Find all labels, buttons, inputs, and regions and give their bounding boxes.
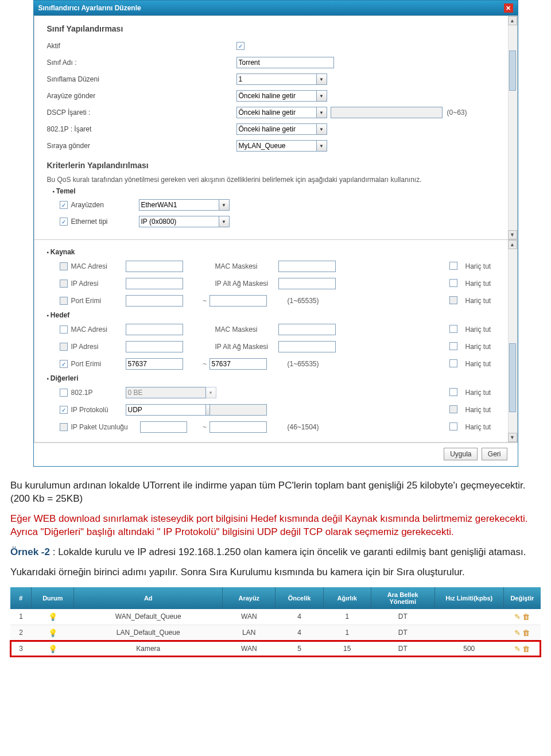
label-src-ip: IP Adresi (71, 280, 99, 288)
close-icon[interactable]: ✕ (504, 3, 513, 13)
classifier-settings-dialog: Sınıflandırıcı Ayarlarını Düzenle ✕ ▲ ▼ … (33, 0, 518, 467)
chevron-down-icon[interactable]: ▼ (219, 199, 230, 211)
checkbox-dst-mac[interactable] (60, 325, 68, 334)
chevron-down-icon[interactable]: ▼ (317, 90, 327, 102)
checkbox-other-8021p-exclude[interactable] (449, 388, 457, 396)
scrollbar-bottom[interactable]: ▲ ▼ (508, 240, 517, 442)
input-src-mac[interactable] (126, 261, 183, 272)
scroll-thumb[interactable] (509, 343, 516, 412)
chevron-down-icon[interactable]: ▼ (206, 387, 216, 398)
tilde-separator: ~ (200, 297, 209, 305)
edit-icon[interactable]: ✎ (514, 612, 521, 621)
select-8021p-sign[interactable] (236, 123, 317, 135)
cell-name: WAN_Default_Queue (74, 609, 223, 625)
chevron-down-icon[interactable]: ▼ (317, 73, 327, 85)
cell-wt: 1 (323, 625, 371, 641)
trash-icon[interactable]: 🗑 (522, 629, 530, 637)
checkbox-other-ipproto-exclude[interactable] (449, 405, 457, 413)
select-send-queue[interactable] (236, 140, 317, 152)
scroll-up-icon[interactable]: ▲ (508, 240, 517, 249)
row-dst-ip: IP Adresi IP Alt Ağ Maskesi Hariç tut (60, 340, 500, 354)
select-eth-type[interactable] (139, 216, 219, 227)
scroll-down-icon[interactable]: ▼ (508, 433, 517, 442)
hint-port-range: (1~65535) (284, 297, 353, 305)
input-src-port-to[interactable] (209, 295, 267, 307)
input-dst-port-from[interactable] (126, 358, 183, 370)
input-other-ipproto-extra[interactable] (209, 404, 267, 416)
table-header-row: # Durum Ad Arayüz Öncelik Ağırlık Ara Be… (10, 587, 541, 609)
edit-icon[interactable]: ✎ (514, 645, 521, 653)
select-from-interface[interactable] (139, 199, 219, 211)
cell-index: 3 (10, 641, 32, 657)
select-other-8021p[interactable] (126, 387, 206, 398)
select-class-order[interactable] (236, 73, 317, 85)
th-status: Durum (32, 587, 74, 609)
checkbox-active[interactable]: ✓ (236, 42, 245, 50)
checkbox-dst-mac-exclude[interactable] (449, 325, 457, 333)
select-dscp[interactable] (236, 107, 317, 118)
input-dscp-value[interactable] (331, 107, 443, 118)
checkbox-src-port[interactable] (60, 297, 68, 305)
input-src-subnet[interactable] (278, 278, 336, 289)
input-dst-mac[interactable] (126, 324, 183, 335)
scrollbar-top[interactable]: ▲ ▼ (508, 16, 517, 239)
input-dst-subnet[interactable] (278, 341, 336, 352)
input-class-name[interactable] (236, 57, 334, 68)
back-button[interactable]: Geri (482, 448, 507, 460)
row-other-pktlen: IP Paket Uzunluğu ~ (46~1504) Hariç tut (60, 420, 500, 434)
input-src-mac-mask[interactable] (278, 261, 336, 272)
row-other-ipproto: ✓IP Protokolü ▼ Hariç tut (60, 403, 500, 417)
cell-index: 1 (10, 609, 32, 625)
checkbox-other-ipproto[interactable]: ✓ (60, 406, 68, 414)
checkbox-other-8021p[interactable] (60, 389, 68, 397)
checkbox-dst-port[interactable]: ✓ (60, 360, 68, 368)
th-modify: Değiştir (503, 587, 541, 609)
chevron-down-icon[interactable]: ▼ (317, 123, 327, 135)
input-src-ip[interactable] (126, 278, 183, 289)
edit-icon[interactable]: ✎ (514, 629, 521, 637)
checkbox-eth-type[interactable]: ✓ (60, 218, 68, 226)
checkbox-dst-ip[interactable] (60, 343, 68, 351)
cell-buf: DT (371, 609, 434, 625)
input-dst-ip[interactable] (126, 341, 183, 352)
checkbox-dst-port-exclude[interactable] (449, 359, 457, 367)
input-other-pktlen-to[interactable] (209, 421, 267, 433)
doc-paragraph-3: Örnek -2 : Lokalde kurulu ve IP adresi 1… (10, 546, 541, 559)
checkbox-dst-ip-exclude[interactable] (449, 342, 457, 350)
chevron-down-icon[interactable]: ▼ (317, 140, 327, 152)
checkbox-src-port-exclude[interactable] (449, 296, 457, 304)
heading-others: Diğerleri (47, 374, 500, 382)
input-src-port-from[interactable] (126, 295, 183, 307)
scroll-down-icon[interactable]: ▼ (508, 230, 517, 239)
th-priority: Öncelik (276, 587, 323, 609)
input-dst-port-to[interactable] (209, 358, 267, 370)
bulb-icon: 💡 (48, 612, 57, 621)
label-dst-mac: MAC Adresi (71, 325, 107, 334)
th-interface: Arayüz (223, 587, 276, 609)
checkbox-src-ip-exclude[interactable] (449, 279, 457, 287)
chevron-down-icon[interactable]: ▼ (219, 216, 230, 227)
label-other-ipproto: IP Protokolü (71, 406, 108, 414)
checkbox-src-mac-exclude[interactable] (449, 262, 457, 270)
label-class-order: Sınıflama Düzeni (47, 75, 236, 83)
select-other-ipproto[interactable] (126, 404, 206, 416)
label-exclude: Hariç tut (465, 262, 500, 270)
select-send-interface[interactable] (236, 90, 317, 102)
input-other-pktlen-from[interactable] (140, 421, 187, 433)
chevron-down-icon[interactable]: ▼ (317, 107, 327, 118)
apply-button[interactable]: Uygula (444, 448, 478, 460)
trash-icon[interactable]: 🗑 (522, 612, 530, 621)
checkbox-from-interface[interactable]: ✓ (60, 201, 68, 209)
scroll-thumb[interactable] (509, 51, 516, 91)
cell-name: LAN_Default_Queue (74, 625, 223, 641)
scroll-up-icon[interactable]: ▲ (508, 16, 517, 25)
checkbox-other-pktlen-exclude[interactable] (449, 422, 457, 431)
row-src-mac: MAC Adresi MAC Maskesi Hariç tut (60, 259, 500, 273)
trash-icon[interactable]: 🗑 (522, 645, 530, 653)
cell-buf: DT (371, 625, 434, 641)
checkbox-src-ip[interactable] (60, 280, 68, 288)
checkbox-src-mac[interactable] (60, 262, 68, 270)
input-dst-mac-mask[interactable] (278, 324, 336, 335)
label-active: Aktif (47, 42, 236, 50)
checkbox-other-pktlen[interactable] (60, 423, 68, 431)
